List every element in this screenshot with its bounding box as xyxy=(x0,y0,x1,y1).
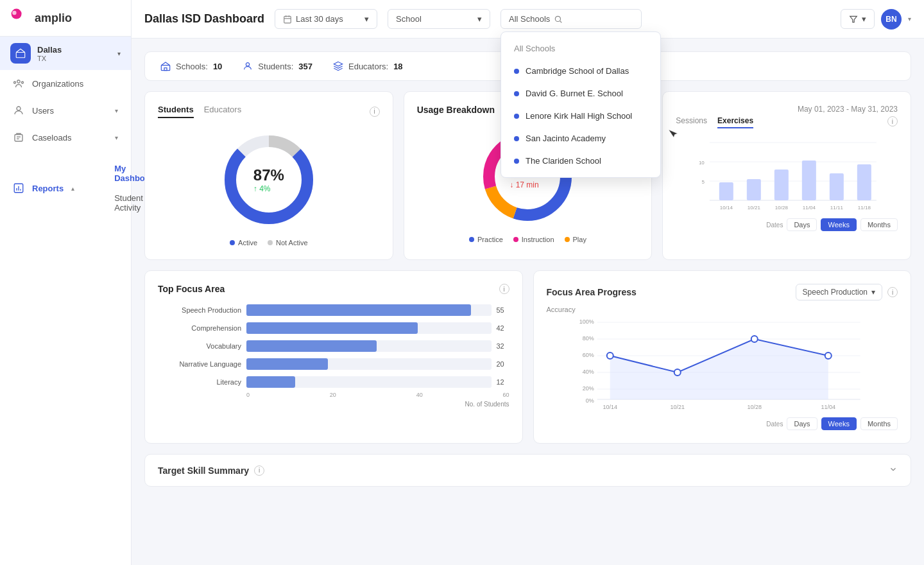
schools-value: 10 xyxy=(213,62,222,71)
comprehension-val: 42 xyxy=(497,324,509,332)
dropdown-san[interactable]: San Jacinto Academy xyxy=(501,127,660,150)
sidebar-item-users[interactable]: Users ▾ xyxy=(0,97,131,124)
sidebar-item-organizations[interactable]: Organizations xyxy=(0,70,131,97)
literacy-track xyxy=(246,376,492,388)
students-value: 357 xyxy=(298,62,312,71)
bottom-row: Top Focus Area i Speech Production 55 xyxy=(144,270,911,444)
svg-point-63 xyxy=(751,336,757,342)
user-avatar[interactable]: BN xyxy=(881,9,902,30)
students-tab[interactable]: Students xyxy=(158,105,194,118)
chevron-down-icon xyxy=(889,465,898,474)
svg-text:10: 10 xyxy=(699,160,705,166)
svg-text:10/21: 10/21 xyxy=(670,404,685,410)
dropdown-clariden[interactable]: The Clariden School xyxy=(501,150,660,172)
svg-text:11/04: 11/04 xyxy=(803,205,816,211)
students-donut: 87% ↑ 4% Active Not Active xyxy=(158,128,380,247)
svg-point-61 xyxy=(606,352,613,359)
district-selector[interactable]: Dallas TX ▾ xyxy=(0,37,131,70)
narrative-val: 20 xyxy=(497,360,509,368)
target-skill-bar: Target Skill Summary i xyxy=(144,454,911,487)
svg-rect-39 xyxy=(774,170,789,200)
svg-point-62 xyxy=(674,369,680,376)
progress-info-icon[interactable]: i xyxy=(887,287,898,297)
sidebar-item-reports[interactable]: Reports ▴ My Dashboard Student Activity xyxy=(0,151,131,225)
comprehension-fill xyxy=(246,322,418,334)
literacy-val: 12 xyxy=(497,378,509,386)
progress-weeks-btn[interactable]: Weeks xyxy=(821,417,857,430)
cambridge-label: Cambridge School of Dallas xyxy=(526,66,629,76)
progress-dates-label: Dates xyxy=(547,421,783,428)
svg-text:0%: 0% xyxy=(585,397,594,404)
vocabulary-label: Vocabulary xyxy=(158,342,241,350)
progress-days-btn[interactable]: Days xyxy=(787,417,817,430)
speech-fill xyxy=(246,304,471,316)
svg-rect-14 xyxy=(284,16,291,22)
dropdown-cambridge[interactable]: Cambridge School of Dallas xyxy=(501,60,660,82)
svg-text:40%: 40% xyxy=(582,369,594,375)
sidebar-item-organizations-label: Organizations xyxy=(32,79,118,89)
all-schools-btn[interactable]: All Schools xyxy=(501,9,642,29)
target-skill-title: Target Skill Summary xyxy=(158,465,249,476)
comprehension-label: Comprehension xyxy=(158,324,241,332)
school-filter-dropdown[interactable]: School ▾ xyxy=(388,9,490,29)
educators-tab[interactable]: Educators xyxy=(204,105,242,118)
svg-text:10/28: 10/28 xyxy=(747,404,762,410)
activity-chart-footer: Dates Days Weeks Months xyxy=(676,218,898,231)
students-change: ↑ 4% xyxy=(253,184,284,193)
sidebar-item-caseloads[interactable]: Caseloads ▾ xyxy=(0,124,131,151)
educators-value: 18 xyxy=(393,62,402,71)
activity-panel-tabs: Sessions Exercises i xyxy=(676,116,898,128)
svg-point-64 xyxy=(825,352,831,359)
educators-stat: Educators: 18 xyxy=(333,61,403,71)
progress-months-btn[interactable]: Months xyxy=(860,417,898,430)
dropdown-all-schools[interactable]: All Schools xyxy=(501,37,660,60)
district-state: TX xyxy=(37,55,62,62)
dropdown-lenore[interactable]: Lenore Kirk Hall High School xyxy=(501,105,660,127)
students-percentage: 87% xyxy=(253,166,284,184)
weeks-btn[interactable]: Weeks xyxy=(821,218,856,231)
svg-text:11/18: 11/18 xyxy=(858,205,871,211)
exercises-tab[interactable]: Exercises xyxy=(717,116,753,128)
usage-title: Usage Breakdown xyxy=(417,105,495,115)
san-dot xyxy=(514,136,519,141)
clariden-dot xyxy=(514,159,519,164)
months-btn[interactable]: Months xyxy=(860,218,898,231)
svg-rect-7 xyxy=(15,135,22,142)
practice-label: Practice xyxy=(477,236,503,243)
target-skill-info-icon[interactable]: i xyxy=(254,465,264,476)
focus-area-header: Top Focus Area i xyxy=(158,284,509,294)
instruction-dot xyxy=(513,237,518,242)
filter-icon-btn[interactable]: ▾ xyxy=(841,9,875,29)
svg-point-5 xyxy=(22,82,24,83)
focus-area-info-icon[interactable]: i xyxy=(499,284,509,294)
dropdown-david[interactable]: David G. Burnet E. School xyxy=(501,82,660,105)
practice-dot xyxy=(469,237,474,242)
sessions-tab[interactable]: Sessions xyxy=(676,116,707,128)
all-schools-label: All Schools xyxy=(509,14,550,24)
sidebar: amplio Dallas TX ▾ Organizatio xyxy=(0,0,132,565)
focus-bar-narrative: Narrative Language 20 xyxy=(158,358,509,370)
svg-text:11/11: 11/11 xyxy=(830,205,844,211)
students-info-icon[interactable]: i xyxy=(370,107,380,117)
svg-rect-22 xyxy=(164,68,167,71)
date-filter-dropdown[interactable]: Last 30 days ▾ xyxy=(275,9,377,29)
svg-point-6 xyxy=(17,107,21,110)
focus-bars: Speech Production 55 Comprehension xyxy=(158,304,509,388)
students-stat: Students: 357 xyxy=(243,61,312,71)
user-chevron-icon: ▾ xyxy=(908,15,911,22)
activity-info-icon[interactable]: i xyxy=(887,116,898,126)
educators-label: Educators: xyxy=(348,62,388,71)
david-label: David G. Burnet E. School xyxy=(526,89,623,98)
schools-label: Schools: xyxy=(176,62,208,71)
speech-dropdown[interactable]: Speech Production ▾ xyxy=(796,284,882,300)
target-skill-expand-icon[interactable] xyxy=(889,465,898,476)
x-tick-1: 20 xyxy=(330,392,336,398)
focus-bar-vocabulary: Vocabulary 32 xyxy=(158,340,509,352)
focus-bar-comprehension: Comprehension 42 xyxy=(158,322,509,334)
svg-rect-40 xyxy=(802,161,816,200)
days-btn[interactable]: Days xyxy=(787,218,817,231)
search-icon xyxy=(554,15,563,24)
vocabulary-fill xyxy=(246,340,377,352)
district-name: Dallas xyxy=(37,45,62,55)
svg-rect-42 xyxy=(857,164,871,200)
